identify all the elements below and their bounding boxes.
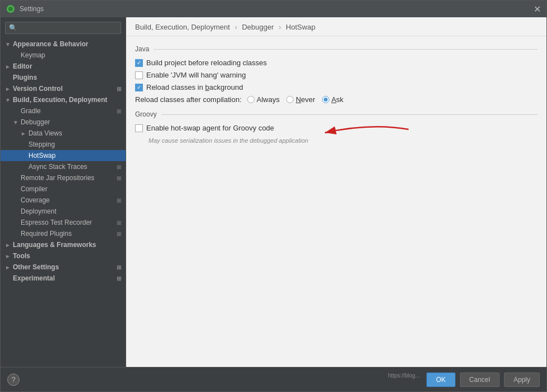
build-project-label[interactable]: Build project before reloading classes xyxy=(135,59,267,67)
sidebar-item-data-views[interactable]: ► Data Views xyxy=(1,128,126,139)
sidebar-item-appearance[interactable]: ▼ Appearance & Behavior xyxy=(1,38,126,50)
reload-classes-checkbox[interactable] xyxy=(135,84,143,91)
breadcrumb-part2: Debugger xyxy=(242,23,274,31)
cancel-button[interactable]: Cancel xyxy=(460,372,500,387)
sidebar-label-appearance: Appearance & Behavior xyxy=(13,40,121,48)
sidebar-item-tools[interactable]: ► Tools xyxy=(1,250,126,262)
arrow-icon-appearance: ▼ xyxy=(5,41,11,47)
sidebar-label-gradle: Gradle xyxy=(21,107,114,115)
ext-icon-experimental: ⊞ xyxy=(117,275,121,282)
sidebar-label-async-stack: Async Stack Traces xyxy=(28,163,114,171)
sidebar-item-gradle[interactable]: Gradle⊞ xyxy=(1,105,126,117)
radio-never[interactable]: Never xyxy=(286,95,315,104)
radio-always-circle[interactable] xyxy=(247,96,255,103)
sidebar-item-plugins[interactable]: Plugins xyxy=(1,72,126,83)
main-panel: Build, Execution, Deployment › Debugger … xyxy=(126,17,546,367)
sidebar-label-hotswap: HotSwap xyxy=(28,152,121,159)
sidebar-label-build-execution: Build, Execution, Deployment xyxy=(13,96,121,104)
search-box xyxy=(1,17,126,38)
settings-body: Java Build project before reloading clas… xyxy=(126,36,546,367)
sidebar-item-async-stack[interactable]: Async Stack Traces⊞ xyxy=(1,161,126,172)
radio-ask[interactable]: Ask xyxy=(322,95,344,104)
search-input[interactable] xyxy=(5,22,121,34)
ext-icon-remote-jar: ⊞ xyxy=(117,175,121,181)
sidebar: ▼ Appearance & BehaviorKeymap► EditorPlu… xyxy=(1,17,126,367)
title-bar-left: Settings xyxy=(6,4,44,13)
build-project-checkbox[interactable] xyxy=(135,59,143,67)
radio-always[interactable]: Always xyxy=(247,95,280,104)
reload-classes-label[interactable]: Reload classes in background xyxy=(135,83,243,91)
settings-window: Settings ✕ ▼ Appearance & BehaviorKeymap… xyxy=(0,0,547,392)
ext-icon-required-plugins: ⊞ xyxy=(117,231,121,237)
groovy-hotswap-checkbox[interactable] xyxy=(135,124,143,132)
sidebar-item-compiler[interactable]: Compiler xyxy=(1,183,126,195)
radio-always-label: Always xyxy=(257,95,280,104)
sidebar-label-coverage: Coverage xyxy=(21,196,114,204)
sidebar-label-debugger: Debugger xyxy=(21,118,121,126)
url-hint: https://blog... xyxy=(388,372,420,387)
groovy-hotswap-row: Enable hot-swap agent for Groovy code xyxy=(135,124,274,132)
sidebar-item-espresso[interactable]: Espresso Test Recorder⊞ xyxy=(1,217,126,228)
sidebar-item-languages[interactable]: ► Languages & Frameworks xyxy=(1,239,126,250)
sidebar-item-version-control[interactable]: ► Version Control⊞ xyxy=(1,83,126,94)
sidebar-label-experimental: Experimental xyxy=(13,274,114,282)
sidebar-item-coverage[interactable]: Coverage⊞ xyxy=(1,195,126,206)
title-bar: Settings ✕ xyxy=(1,1,546,17)
window-title: Settings xyxy=(20,5,44,13)
java-section-label: Java xyxy=(135,45,538,53)
arrow-icon-languages: ► xyxy=(5,242,11,248)
groovy-hint-text: May cause serialization issues in the de… xyxy=(148,137,538,144)
sidebar-item-experimental[interactable]: Experimental⊞ xyxy=(1,273,126,284)
footer: ? https://blog... OK Cancel Apply xyxy=(1,367,546,391)
ext-icon-other-settings: ⊞ xyxy=(117,264,121,270)
footer-left: ? xyxy=(7,374,20,386)
sidebar-item-deployment[interactable]: Deployment xyxy=(1,206,126,217)
sidebar-label-data-views: Data Views xyxy=(28,129,121,137)
ext-icon-coverage: ⊞ xyxy=(117,197,121,204)
jvm-hang-checkbox[interactable] xyxy=(135,71,143,79)
ext-icon-gradle: ⊞ xyxy=(117,108,121,114)
sidebar-label-espresso: Espresso Test Recorder xyxy=(21,219,114,226)
arrow-icon-data-views: ► xyxy=(21,130,26,137)
sidebar-label-other-settings: Other Settings xyxy=(13,263,114,271)
radio-group: Always Never Ask xyxy=(247,95,344,104)
groovy-section: Groovy Enable hot-swap agent for Groovy … xyxy=(135,110,538,144)
breadcrumb-part1: Build, Execution, Deployment xyxy=(135,23,230,31)
app-icon xyxy=(6,4,15,13)
arrow-icon-other-settings: ► xyxy=(5,264,11,270)
radio-ask-label: Ask xyxy=(332,95,344,104)
apply-button[interactable]: Apply xyxy=(504,372,540,387)
sidebar-label-stepping: Stepping xyxy=(28,141,121,148)
sidebar-item-build-execution[interactable]: ▼ Build, Execution, Deployment xyxy=(1,94,126,105)
sidebar-label-tools: Tools xyxy=(13,252,121,260)
sidebar-item-keymap[interactable]: Keymap xyxy=(1,50,126,61)
sidebar-label-version-control: Version Control xyxy=(13,85,114,93)
sidebar-item-required-plugins[interactable]: Required Plugins⊞ xyxy=(1,228,126,239)
content-area: ▼ Appearance & BehaviorKeymap► EditorPlu… xyxy=(1,17,546,367)
sidebar-item-hotswap[interactable]: HotSwap xyxy=(1,150,126,161)
breadcrumb-part3: HotSwap xyxy=(286,23,315,31)
arrow-icon-tools: ► xyxy=(5,253,11,259)
ok-button[interactable]: OK xyxy=(426,372,455,387)
breadcrumb-sep2: › xyxy=(279,23,281,31)
reload-classes-row: Reload classes in background xyxy=(135,83,538,91)
close-button[interactable]: ✕ xyxy=(534,4,541,14)
groovy-hotswap-label[interactable]: Enable hot-swap agent for Groovy code xyxy=(135,124,274,132)
sidebar-item-debugger[interactable]: ▼ Debugger xyxy=(1,117,126,128)
sidebar-item-stepping[interactable]: Stepping xyxy=(1,139,126,150)
groovy-hotswap-text: Enable hot-swap agent for Groovy code xyxy=(146,124,274,132)
groovy-section-label: Groovy xyxy=(135,110,538,118)
radio-never-circle[interactable] xyxy=(286,96,294,103)
arrow-icon-version-control: ► xyxy=(5,86,11,92)
sidebar-item-other-settings[interactable]: ► Other Settings⊞ xyxy=(1,262,126,273)
build-project-row: Build project before reloading classes xyxy=(135,59,538,67)
sidebar-label-required-plugins: Required Plugins xyxy=(21,230,114,238)
sidebar-item-remote-jar[interactable]: Remote Jar Repositories⊞ xyxy=(1,172,126,183)
help-button[interactable]: ? xyxy=(7,374,20,386)
sidebar-label-compiler: Compiler xyxy=(21,185,121,193)
jvm-hang-label[interactable]: Enable 'JVM will hang' warning xyxy=(135,71,246,79)
svg-point-1 xyxy=(8,7,13,11)
radio-never-label: Never xyxy=(296,95,315,104)
sidebar-item-editor[interactable]: ► Editor xyxy=(1,61,126,72)
radio-ask-circle[interactable] xyxy=(322,96,329,103)
